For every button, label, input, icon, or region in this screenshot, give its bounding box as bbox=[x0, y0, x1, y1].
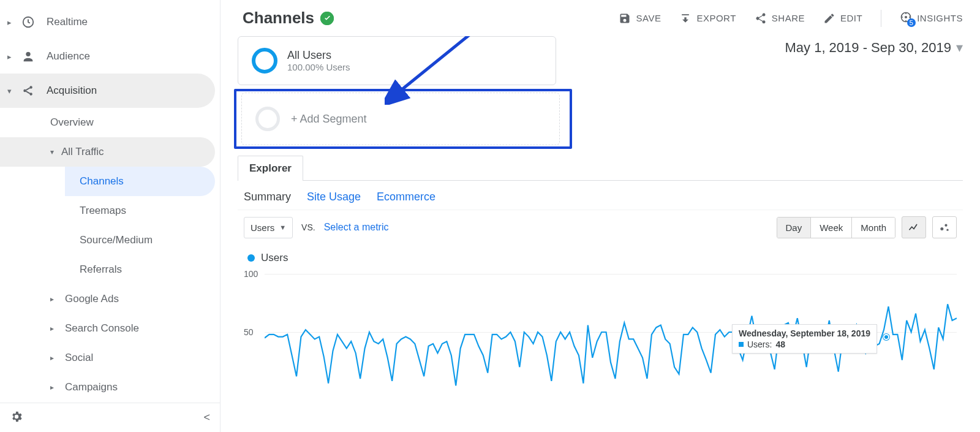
chevron-down-icon: ▾ bbox=[956, 40, 963, 56]
tooltip-value: 48 bbox=[775, 339, 785, 349]
divider bbox=[881, 10, 881, 27]
chart: Users 100 50 Wednesday, September 18, 20… bbox=[238, 247, 963, 390]
chevron-right-icon: ▸ bbox=[50, 295, 61, 303]
chart-controls-right: Day Week Month bbox=[777, 216, 957, 238]
report-tabs: Explorer bbox=[238, 155, 963, 181]
tooltip-metric-label: Users: bbox=[747, 339, 772, 349]
tab-label: Explorer bbox=[249, 162, 292, 174]
legend-label: Users bbox=[261, 252, 288, 264]
legend-dot-icon bbox=[247, 254, 255, 262]
subtab-summary[interactable]: Summary bbox=[244, 191, 291, 203]
metric-bar: Users ▼ VS. Select a metric Day Week Mon… bbox=[238, 210, 963, 244]
sidebar-item-overview[interactable]: Overview bbox=[50, 108, 215, 137]
main: Channels SAVE EXPORT SHARE bbox=[221, 0, 980, 432]
subtab-site-usage[interactable]: Site Usage bbox=[307, 191, 361, 203]
y-tick-50: 50 bbox=[244, 327, 254, 337]
sidebar-subgroup-label: Google Ads bbox=[65, 293, 119, 305]
sidebar-subgroup-label: Social bbox=[65, 352, 93, 364]
primary-metric-select[interactable]: Users ▼ bbox=[244, 217, 293, 238]
svg-point-1 bbox=[26, 52, 30, 56]
granularity-day[interactable]: Day bbox=[777, 218, 812, 238]
share-button[interactable]: SHARE bbox=[755, 12, 805, 25]
person-icon bbox=[21, 49, 36, 64]
chevron-right-icon: ▸ bbox=[50, 354, 61, 362]
add-segment-label: + Add Segment bbox=[291, 113, 367, 126]
sidebar-label: Acquisition bbox=[47, 85, 97, 97]
svg-point-9 bbox=[944, 224, 947, 227]
sidebar-item-source-medium[interactable]: Source/Medium bbox=[65, 225, 215, 255]
sidebar-label: Audience bbox=[47, 50, 90, 63]
sidebar-subgroup-google-ads[interactable]: ▸ Google Ads bbox=[50, 284, 215, 314]
tooltip-date: Wednesday, September 18, 2019 bbox=[739, 328, 870, 338]
chevron-down-icon: ▾ bbox=[7, 86, 20, 96]
sidebar-item-label: Referrals bbox=[80, 263, 122, 276]
compare-metric-link[interactable]: Select a metric bbox=[324, 222, 389, 233]
tool-label: SAVE bbox=[636, 13, 661, 23]
page-title-text: Channels bbox=[243, 9, 314, 28]
clock-icon bbox=[21, 15, 36, 29]
segment-ring-icon bbox=[252, 48, 277, 74]
edit-button[interactable]: EDIT bbox=[823, 12, 862, 25]
sidebar-item-treemaps[interactable]: Treemaps bbox=[65, 196, 215, 225]
granularity-week[interactable]: Week bbox=[811, 218, 852, 238]
sidebar-subgroup-label: Search Console bbox=[65, 322, 139, 335]
tool-label: EDIT bbox=[840, 13, 862, 23]
insights-button[interactable]: 5 INSIGHTS bbox=[900, 11, 963, 25]
segment-subtitle: 100.00% Users bbox=[287, 62, 350, 72]
explorer-subtabs: Summary Site Usage Ecommerce bbox=[238, 181, 963, 210]
sidebar-section-acquisition[interactable]: ▾ Acquisition bbox=[0, 74, 215, 108]
insights-icon: 5 bbox=[900, 11, 912, 25]
chart-canvas[interactable]: 100 50 Wednesday, September 18, 2019 Use… bbox=[244, 268, 957, 390]
subtab-ecommerce[interactable]: Ecommerce bbox=[377, 191, 435, 203]
page-header: Channels SAVE EXPORT SHARE bbox=[221, 0, 980, 36]
y-tick-100: 100 bbox=[244, 269, 258, 279]
share-nodes-icon bbox=[21, 83, 36, 98]
svg-point-6 bbox=[905, 16, 907, 18]
chart-type-line-toggle[interactable] bbox=[902, 216, 926, 238]
header-actions: SAVE EXPORT SHARE EDIT bbox=[619, 10, 963, 27]
sidebar-subgroup-search-console[interactable]: ▸ Search Console bbox=[50, 314, 215, 343]
sidebar-section-audience[interactable]: ▸ Audience bbox=[0, 39, 215, 74]
gear-icon[interactable] bbox=[10, 410, 23, 426]
chart-type-motion-toggle[interactable] bbox=[932, 216, 957, 238]
sidebar-section-realtime[interactable]: ▸ Realtime bbox=[0, 5, 215, 39]
granularity-toggle: Day Week Month bbox=[777, 217, 895, 238]
date-range-text: May 1, 2019 - Sep 30, 2019 bbox=[785, 40, 951, 56]
verified-shield-icon bbox=[320, 12, 334, 25]
svg-point-8 bbox=[940, 227, 943, 230]
tooltip-color-swatch bbox=[739, 342, 744, 347]
save-button[interactable]: SAVE bbox=[619, 12, 661, 25]
sidebar-item-label: Overview bbox=[50, 116, 94, 129]
date-range-picker[interactable]: May 1, 2019 - Sep 30, 2019 ▾ bbox=[785, 36, 963, 56]
sidebar-item-label: Source/Medium bbox=[80, 234, 153, 246]
collapse-sidebar-icon[interactable]: < bbox=[203, 411, 210, 424]
export-button[interactable]: EXPORT bbox=[679, 12, 736, 25]
tool-label: SHARE bbox=[772, 13, 805, 23]
nav: ▸ Realtime ▸ Audience ▾ Acquisition bbox=[0, 0, 220, 403]
chart-tooltip: Wednesday, September 18, 2019 Users: 48 bbox=[732, 324, 877, 354]
sidebar-footer: < bbox=[0, 403, 220, 432]
segments-row: All Users 100.00% Users May 1, 2019 - Se… bbox=[238, 36, 963, 85]
content: All Users 100.00% Users May 1, 2019 - Se… bbox=[221, 36, 980, 432]
chevron-down-icon: ▾ bbox=[50, 148, 61, 156]
sidebar-item-channels[interactable]: Channels bbox=[65, 167, 215, 196]
sidebar-label: Realtime bbox=[47, 16, 88, 28]
sidebar-subgroup-campaigns[interactable]: ▸ Campaigns bbox=[50, 373, 215, 402]
chart-hover-point bbox=[883, 334, 889, 340]
add-segment-container: + Add Segment bbox=[238, 93, 568, 145]
tab-explorer[interactable]: Explorer bbox=[238, 156, 303, 181]
chevron-right-icon: ▸ bbox=[7, 18, 20, 27]
annotation-arrow bbox=[385, 36, 526, 105]
page-title: Channels bbox=[243, 9, 334, 28]
sidebar-subgroup-social[interactable]: ▸ Social bbox=[50, 343, 215, 373]
metric-value: Users bbox=[251, 222, 274, 233]
chevron-right-icon: ▸ bbox=[7, 52, 20, 61]
sidebar-subgroup-all-traffic[interactable]: ▾ All Traffic bbox=[0, 137, 215, 167]
svg-line-7 bbox=[398, 36, 513, 93]
insights-count-badge: 5 bbox=[907, 18, 916, 27]
sidebar-subgroup-label: All Traffic bbox=[61, 146, 104, 158]
sidebar-subgroup-label: Campaigns bbox=[65, 381, 118, 393]
sidebar-item-referrals[interactable]: Referrals bbox=[65, 255, 215, 284]
granularity-month[interactable]: Month bbox=[852, 218, 895, 238]
chevron-right-icon: ▸ bbox=[50, 324, 61, 333]
